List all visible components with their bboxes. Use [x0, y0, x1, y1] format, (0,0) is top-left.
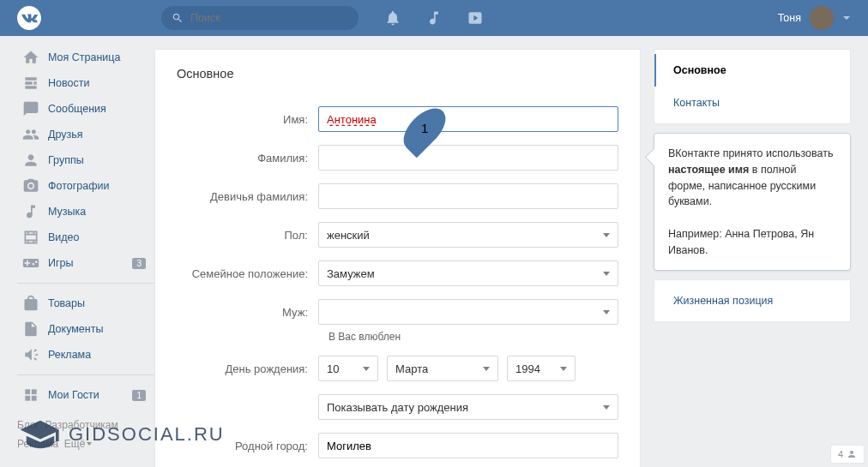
- main-panel: Основное Имя: Фамилия: Девичья фамилия: …: [154, 49, 641, 467]
- inlove-label: В Вас влюблен: [329, 331, 618, 343]
- nav-news[interactable]: Новости: [17, 70, 154, 96]
- grad-cap-icon: [17, 417, 63, 452]
- guests-icon: [22, 386, 39, 404]
- music-icon[interactable]: [425, 9, 443, 27]
- search-box[interactable]: [161, 6, 359, 30]
- tabs-panel-2: Жизненная позиция: [654, 279, 851, 322]
- ads-icon: [22, 346, 39, 363]
- nav-video[interactable]: Видео: [17, 225, 154, 250]
- tab-main[interactable]: Основное: [654, 54, 850, 87]
- nav-groups[interactable]: Группы: [17, 147, 154, 173]
- vk-logo-icon[interactable]: [17, 6, 41, 30]
- input-last-name[interactable]: [318, 145, 618, 171]
- svg-rect-2: [32, 389, 37, 394]
- chevron-down-icon: [603, 272, 610, 276]
- name-tooltip: ВКонтакте принято использовать настоящее…: [654, 133, 851, 271]
- select-show-bday[interactable]: Показывать дату рождения: [318, 394, 618, 420]
- chevron-down-icon: [363, 367, 370, 371]
- nav-photos[interactable]: Фотографии: [17, 173, 154, 199]
- home-icon: [22, 49, 39, 66]
- chevron-down-icon: [560, 367, 567, 371]
- tabs-panel: Основное Контакты: [654, 49, 851, 124]
- label-bday: День рождения:: [177, 362, 318, 375]
- left-nav: Моя Страница Новости Сообщения Друзья Гр…: [17, 36, 154, 467]
- select-day[interactable]: 10: [318, 356, 378, 381]
- badge: 1: [132, 390, 146, 401]
- input-first-name[interactable]: [318, 106, 618, 132]
- label-first-name: Имя:: [177, 113, 318, 126]
- svg-rect-3: [25, 396, 30, 401]
- select-marital[interactable]: Замужем: [318, 260, 618, 286]
- chevron-down-icon: [603, 310, 610, 314]
- nav-my-page[interactable]: Моя Страница: [17, 45, 154, 70]
- svg-rect-1: [25, 389, 30, 394]
- nav-ads[interactable]: Реклама: [17, 342, 154, 368]
- input-hometown[interactable]: [318, 433, 618, 458]
- select-month[interactable]: Марта: [387, 356, 498, 381]
- games-icon: [22, 254, 39, 272]
- label-last-name: Фамилия:: [177, 152, 318, 165]
- search-input[interactable]: [190, 12, 325, 24]
- label-sex: Пол:: [177, 229, 318, 242]
- person-icon: [847, 449, 857, 459]
- tab-contacts[interactable]: Контакты: [654, 87, 850, 119]
- video-icon: [22, 229, 39, 246]
- news-icon: [22, 75, 39, 92]
- chevron-down-icon: [842, 14, 851, 22]
- groups-icon: [22, 152, 39, 169]
- user-menu[interactable]: Тоня: [778, 6, 851, 30]
- music-note-icon: [22, 203, 39, 220]
- nav-messages[interactable]: Сообщения: [17, 96, 154, 122]
- badge: 3: [132, 258, 146, 269]
- chevron-down-icon: [483, 367, 490, 371]
- chevron-down-icon: [603, 233, 610, 237]
- bell-icon[interactable]: [384, 9, 401, 27]
- nav-friends[interactable]: Друзья: [17, 122, 154, 147]
- friends-icon: [22, 126, 39, 143]
- chevron-down-icon: [603, 405, 610, 410]
- nav-market[interactable]: Товары: [17, 290, 154, 316]
- nav-music[interactable]: Музыка: [17, 199, 154, 225]
- label-spouse: Муж:: [177, 306, 318, 319]
- svg-rect-4: [32, 396, 37, 401]
- label-maiden: Девичья фамилия:: [177, 190, 318, 203]
- username: Тоня: [778, 12, 801, 24]
- page-title: Основное: [177, 67, 618, 81]
- docs-icon: [22, 320, 39, 338]
- avatar: [810, 6, 834, 30]
- label-marital: Семейное положение:: [177, 267, 318, 280]
- video-play-icon[interactable]: [467, 9, 484, 27]
- select-sex[interactable]: женский: [318, 222, 618, 248]
- msg-icon: [22, 100, 39, 117]
- tab-life[interactable]: Жизненная позиция: [654, 284, 850, 317]
- nav-games[interactable]: Игры3: [17, 250, 154, 276]
- nav-guests[interactable]: Мои Гости1: [17, 382, 154, 408]
- watermark: GIDSOCIAL.RU: [17, 417, 225, 452]
- nav-docs[interactable]: Документы: [17, 316, 154, 342]
- corner-notification[interactable]: 4: [830, 445, 865, 464]
- search-icon: [172, 12, 184, 24]
- market-icon: [22, 295, 39, 312]
- select-spouse[interactable]: [318, 299, 618, 325]
- photo-icon: [22, 177, 39, 195]
- header-bar: Тоня: [0, 0, 868, 36]
- select-year[interactable]: 1994: [507, 356, 576, 381]
- input-maiden[interactable]: [318, 183, 618, 209]
